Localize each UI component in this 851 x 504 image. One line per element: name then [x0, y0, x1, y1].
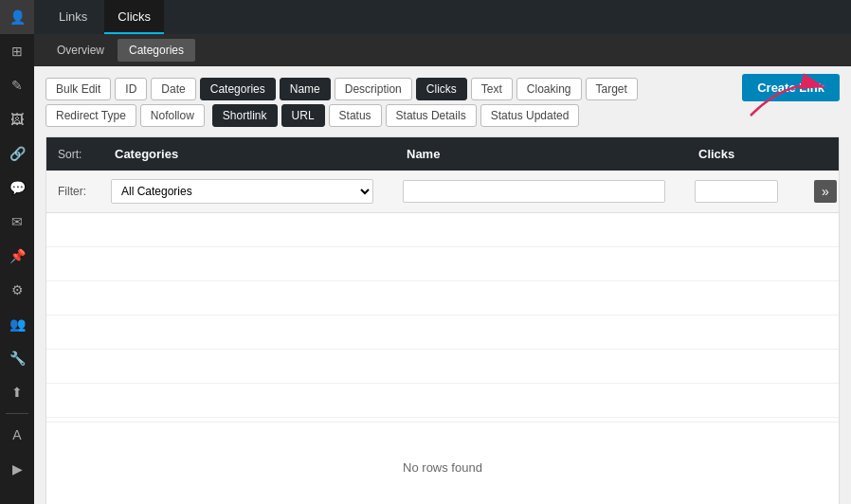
col-btn-name[interactable]: Name [280, 78, 331, 100]
top-nav: Links Clicks [34, 0, 851, 34]
create-link-button[interactable]: Create Link [742, 74, 840, 101]
filter-name-input[interactable] [403, 180, 665, 203]
col-btn-id[interactable]: ID [115, 78, 147, 100]
col-btn-cloaking[interactable]: Cloaking [516, 78, 582, 100]
filter-categories-cell: All Categories [103, 175, 395, 207]
col-btn-description[interactable]: Description [335, 78, 412, 100]
filter-row: Filter: All Categories » [46, 171, 839, 213]
filter-more-cell: » [810, 176, 839, 207]
main-content: Links Clicks Overview Categories Bulk Ed… [34, 0, 851, 504]
empty-rows [46, 213, 839, 422]
col-btn-text[interactable]: Text [471, 78, 513, 100]
sidebar: 👤 ⊞ ✎ 🖼 🔗 💬 ✉ 📌 ⚙ 👥 🔧 ⬆ A ▶ [0, 0, 34, 504]
col-btn-status-updated[interactable]: Status Updated [480, 104, 580, 127]
filter-clicks-input[interactable] [695, 180, 778, 203]
divider [6, 413, 28, 414]
table-row [46, 247, 839, 281]
sidebar-icon-posts[interactable]: ✎ [0, 68, 34, 102]
sidebar-icon-settings[interactable]: 🔧 [0, 341, 34, 375]
table-row [46, 350, 839, 384]
tab-links[interactable]: Links [45, 0, 100, 34]
table-row [46, 384, 839, 418]
avatar[interactable]: 👤 [0, 0, 34, 34]
sidebar-icon-links[interactable]: 🔗 [0, 136, 34, 171]
column-toggle-bar: Bulk Edit ID Date Categories Name Descri… [45, 78, 840, 127]
sidebar-icon-users[interactable]: 👥 [0, 307, 34, 341]
sort-categories[interactable]: Categories [103, 137, 395, 171]
tab-clicks[interactable]: Clicks [104, 0, 164, 34]
col-btn-categories[interactable]: Categories [200, 78, 276, 100]
content-area: Bulk Edit ID Date Categories Name Descri… [34, 66, 851, 504]
table-row [46, 315, 839, 350]
sort-name[interactable]: Name [395, 137, 687, 171]
table-row [46, 213, 839, 247]
no-rows-message: No rows found [46, 422, 839, 504]
sort-label: Sort: [46, 138, 103, 171]
avatar-icon: 👤 [9, 9, 26, 25]
filter-categories-select[interactable]: All Categories [111, 179, 373, 204]
sort-row: Sort: Categories Name Clicks [46, 137, 839, 171]
sidebar-icon-mail[interactable]: ✉ [0, 205, 34, 239]
subtab-overview[interactable]: Overview [45, 39, 116, 62]
col-btn-url[interactable]: URL [281, 104, 325, 127]
sidebar-icon-play[interactable]: ▶ [0, 452, 34, 486]
filter-clicks-cell [687, 176, 810, 207]
sub-tabs: Overview Categories [34, 34, 851, 66]
col-btn-clicks[interactable]: Clicks [416, 78, 467, 100]
sidebar-icon-pin[interactable]: 📌 [0, 239, 34, 273]
col-btn-target[interactable]: Target [586, 78, 638, 100]
sidebar-icon-import[interactable]: ⬆ [0, 375, 34, 409]
col-btn-redirect-type[interactable]: Redirect Type [45, 104, 136, 127]
sidebar-icon-comments[interactable]: 💬 [0, 171, 34, 205]
sidebar-icon-text[interactable]: A [0, 418, 34, 452]
sort-clicks[interactable]: Clicks [687, 137, 810, 171]
filter-name-cell [395, 176, 687, 207]
col-btn-nofollow[interactable]: Nofollow [140, 104, 205, 127]
col-btn-date[interactable]: Date [151, 78, 195, 100]
filter-label: Filter: [46, 181, 103, 202]
sidebar-icon-dashboard[interactable]: ⊞ [0, 34, 34, 68]
data-table: Sort: Categories Name Clicks Filter: All… [45, 136, 840, 504]
col-btn-bulk-edit[interactable]: Bulk Edit [45, 78, 111, 100]
sidebar-icon-media[interactable]: 🖼 [0, 102, 34, 136]
subtab-categories[interactable]: Categories [118, 39, 195, 62]
col-btn-status[interactable]: Status [329, 104, 382, 127]
col-btn-status-details[interactable]: Status Details [386, 104, 477, 127]
col-btn-shortlink[interactable]: Shortlink [212, 104, 278, 127]
filter-more-button[interactable]: » [814, 180, 837, 203]
sidebar-icon-tools[interactable]: ⚙ [0, 273, 34, 307]
table-row [46, 281, 839, 315]
